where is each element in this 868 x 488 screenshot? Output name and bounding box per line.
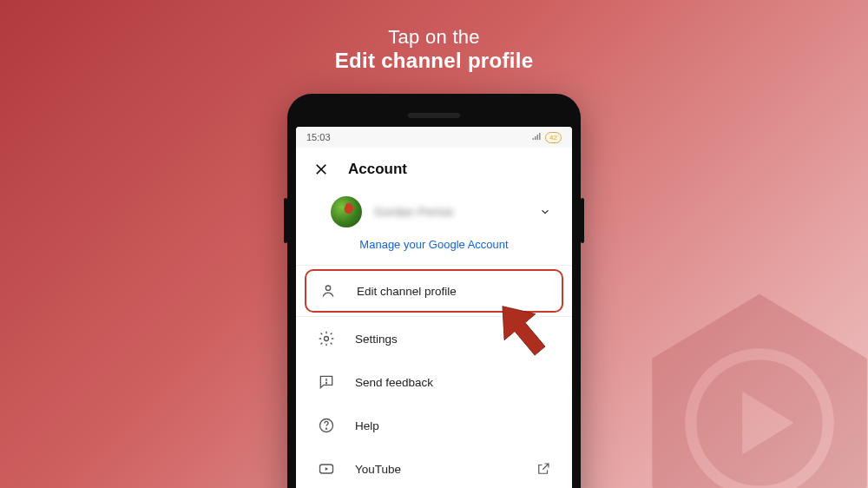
avatar xyxy=(331,196,362,228)
menu-item-label: Help xyxy=(355,419,551,432)
status-bar: 15:03 42 xyxy=(296,127,572,148)
divider xyxy=(296,265,572,266)
menu-item-youtube[interactable]: YouTube xyxy=(296,447,572,488)
svg-point-1 xyxy=(325,337,329,341)
feedback-icon xyxy=(317,373,336,392)
menu-item-label: Send feedback xyxy=(355,376,551,389)
svg-point-3 xyxy=(326,383,327,384)
svg-point-0 xyxy=(326,286,330,290)
phone-frame: 15:03 42 Account Gordan Perisic Manage y… xyxy=(287,94,581,488)
account-header: Account xyxy=(296,148,572,191)
instruction-line1: Tap on the xyxy=(0,26,868,49)
instruction-line2: Edit channel profile xyxy=(0,49,868,73)
account-user-row[interactable]: Gordan Perisic xyxy=(296,191,572,229)
signal-icon xyxy=(531,131,542,143)
svg-marker-7 xyxy=(652,294,867,489)
menu-item-send-feedback[interactable]: Send feedback xyxy=(296,360,572,404)
battery-icon: 42 xyxy=(545,132,562,143)
status-time: 15:03 xyxy=(306,132,331,142)
person-icon xyxy=(319,281,338,300)
help-icon xyxy=(317,416,336,435)
svg-point-5 xyxy=(326,428,327,429)
hex-play-logo-icon xyxy=(616,280,868,488)
youtube-icon xyxy=(317,459,336,478)
external-link-icon xyxy=(536,461,551,477)
close-icon[interactable] xyxy=(313,162,329,177)
manage-account-link[interactable]: Manage your Google Account xyxy=(296,229,572,265)
chevron-down-icon xyxy=(539,206,551,218)
instruction-text: Tap on the Edit channel profile xyxy=(0,26,868,73)
page-title: Account xyxy=(348,161,407,178)
menu-item-label: YouTube xyxy=(355,463,516,476)
gear-icon xyxy=(317,329,336,348)
user-name: Gordan Perisic xyxy=(374,205,527,219)
menu-item-help[interactable]: Help xyxy=(296,404,572,447)
